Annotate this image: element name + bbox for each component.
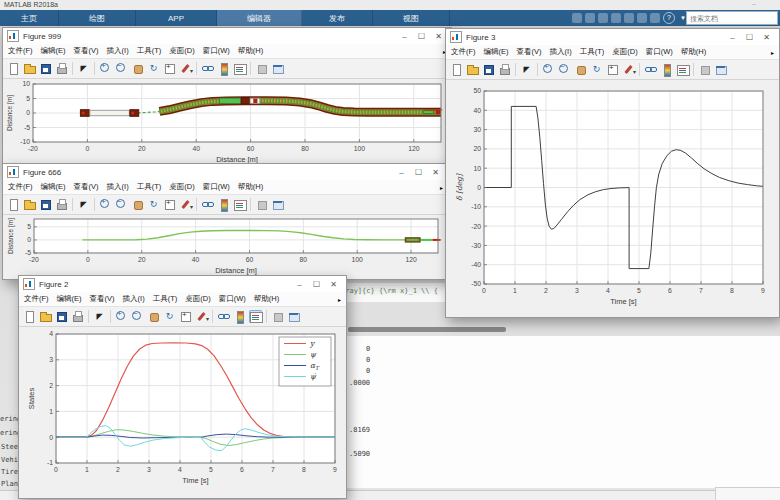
datacursor-icon[interactable] — [179, 310, 192, 323]
undo-icon[interactable] — [624, 13, 634, 23]
close-button[interactable]: ✕ — [758, 33, 775, 42]
link-plot-icon[interactable] — [201, 62, 214, 75]
maximize-button[interactable]: ☐ — [413, 32, 430, 41]
menu-item-7[interactable]: 帮助(H) — [238, 182, 263, 192]
open-icon[interactable] — [23, 62, 36, 75]
menu-item-3[interactable]: 插入(I) — [107, 46, 129, 56]
menu-item-3[interactable]: 插入(I) — [550, 47, 572, 57]
menu-item-1[interactable]: 编辑(E) — [57, 294, 82, 304]
link-plot-icon[interactable] — [644, 63, 657, 76]
menu-item-5[interactable]: 桌面(D) — [169, 46, 194, 56]
cursor-icon[interactable] — [520, 63, 533, 76]
zoom-in-icon[interactable] — [542, 63, 555, 76]
brush-icon[interactable] — [622, 63, 635, 76]
minimize-button[interactable]: – — [724, 33, 741, 42]
new-icon[interactable] — [7, 62, 20, 75]
ribbon-tab-2[interactable]: APP — [136, 10, 217, 26]
menu-item-3[interactable]: 插入(I) — [107, 182, 129, 192]
minimize-button[interactable]: – — [393, 168, 410, 177]
save-icon[interactable] — [572, 13, 582, 23]
copy-icon[interactable] — [598, 13, 608, 23]
menu-item-7[interactable]: 帮助(H) — [681, 47, 706, 57]
dock-icon[interactable] — [255, 62, 268, 75]
zoom-out-icon[interactable] — [558, 63, 571, 76]
ribbon-tab-4[interactable]: 发布 — [302, 10, 373, 26]
legend-icon[interactable] — [233, 198, 246, 211]
menu-item-1[interactable]: 编辑(E) — [41, 46, 66, 56]
zoom-in-icon[interactable] — [99, 62, 112, 75]
minimize-button[interactable]: – — [291, 280, 308, 289]
menu-item-2[interactable]: 查看(V) — [90, 294, 115, 304]
menu-item-2[interactable]: 查看(V) — [74, 46, 99, 56]
save-icon[interactable] — [39, 198, 52, 211]
brush-icon[interactable] — [195, 310, 208, 323]
minimize-button[interactable]: – — [396, 32, 413, 41]
menu-item-6[interactable]: 窗口(W) — [203, 46, 230, 56]
new-icon[interactable] — [7, 198, 20, 211]
open-icon[interactable] — [39, 310, 52, 323]
ribbon-tab-0[interactable]: 主页 — [0, 10, 59, 26]
horizontal-scrollbar[interactable] — [348, 327, 506, 332]
menu-item-7[interactable]: 帮助(H) — [238, 46, 263, 56]
menu-item-6[interactable]: 窗口(W) — [219, 294, 246, 304]
zoom-out-icon[interactable] — [115, 62, 128, 75]
rotate3d-icon[interactable] — [147, 198, 160, 211]
cursor-icon[interactable] — [93, 310, 106, 323]
undock-icon[interactable] — [271, 62, 284, 75]
undock-icon[interactable] — [287, 310, 300, 323]
maximize-button[interactable]: ☐ — [741, 33, 758, 42]
menu-item-5[interactable]: 桌面(D) — [185, 294, 210, 304]
menu-item-4[interactable]: 工具(T) — [137, 46, 162, 56]
ribbon-tab-5[interactable]: 视图 — [373, 10, 450, 26]
datacursor-icon[interactable] — [163, 62, 176, 75]
open-icon[interactable] — [23, 198, 36, 211]
link-plot-icon[interactable] — [217, 310, 230, 323]
brush-icon[interactable] — [179, 198, 192, 211]
titlebar[interactable]: Figure 2 – ☐ ✕ — [19, 276, 346, 292]
rotate3d-icon[interactable] — [147, 62, 160, 75]
undock-icon[interactable] — [271, 198, 284, 211]
help-icon[interactable]: ? — [663, 12, 675, 24]
menu-item-1[interactable]: 编辑(E) — [41, 182, 66, 192]
menu-item-4[interactable]: 工具(T) — [153, 294, 178, 304]
colorbar-icon[interactable] — [217, 198, 230, 211]
datacursor-icon[interactable] — [606, 63, 619, 76]
zoom-out-icon[interactable] — [131, 310, 144, 323]
menu-item-1[interactable]: 编辑(E) — [484, 47, 509, 57]
dock-icon[interactable] — [271, 310, 284, 323]
menu-item-5[interactable]: 桌面(D) — [169, 182, 194, 192]
menu-item-6[interactable]: 窗口(W) — [203, 182, 230, 192]
zoom-in-icon[interactable] — [99, 198, 112, 211]
close-button[interactable]: ✕ — [427, 168, 444, 177]
menu-item-6[interactable]: 窗口(W) — [646, 47, 673, 57]
brush-icon[interactable] — [179, 62, 192, 75]
menu-item-4[interactable]: 工具(T) — [580, 47, 605, 57]
rotate3d-icon[interactable] — [590, 63, 603, 76]
close-button[interactable]: ✕ — [325, 280, 342, 289]
cursor-icon[interactable] — [77, 198, 90, 211]
save-icon[interactable] — [39, 62, 52, 75]
save-icon[interactable] — [55, 310, 68, 323]
menu-item-7[interactable]: 帮助(H) — [254, 294, 279, 304]
menu-item-0[interactable]: 文件(F) — [8, 46, 33, 56]
rotate3d-icon[interactable] — [163, 310, 176, 323]
maximize-button[interactable]: ☐ — [410, 168, 427, 177]
menu-item-0[interactable]: 文件(F) — [8, 182, 33, 192]
legend-icon[interactable] — [249, 310, 262, 323]
print-icon[interactable] — [498, 63, 511, 76]
titlebar[interactable]: Figure 666 – ☐ ✕ — [3, 164, 448, 180]
titlebar[interactable]: Figure 999 – ☐ ✕ — [3, 28, 451, 44]
menu-item-0[interactable]: 文件(F) — [451, 47, 476, 57]
switch-window-icon[interactable] — [650, 13, 660, 23]
menu-item-2[interactable]: 查看(V) — [74, 182, 99, 192]
app-minimize-button[interactable]: – — [752, 0, 756, 7]
print-icon[interactable] — [55, 198, 68, 211]
new-icon[interactable] — [23, 310, 36, 323]
save-icon[interactable] — [482, 63, 495, 76]
ribbon-tab-1[interactable]: 绘图 — [59, 10, 136, 26]
maximize-button[interactable]: ☐ — [308, 280, 325, 289]
dock-icon[interactable] — [255, 198, 268, 211]
cut-icon[interactable] — [585, 13, 595, 23]
pan-icon[interactable] — [131, 62, 144, 75]
titlebar[interactable]: Figure 3 – ☐ ✕ — [446, 29, 779, 45]
